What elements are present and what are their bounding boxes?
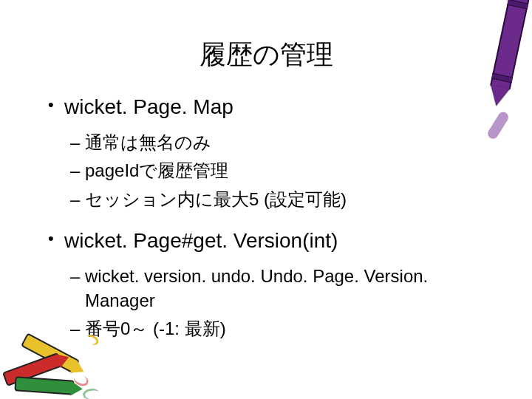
sub-bullet-item: 番号0～ (-1: 最新) [70,317,469,341]
bullet-item: wicket. Page#get. Version(int) [48,229,488,253]
bullet-item: wicket. Page. Map [48,95,488,119]
sub-list: wicket. version. undo. Undo. Page. Versi… [70,265,488,341]
sub-bullet-item: wicket. version. undo. Undo. Page. Versi… [70,265,469,313]
sub-bullet-item: 通常は無名のみ [70,131,469,154]
slide-content: wicket. Page. Map 通常は無名のみ pageIdで履歴管理 セッ… [0,95,532,341]
slide: 履歴の管理 wicket. Page. Map 通常は無名のみ pageIdで履… [0,0,532,399]
crayon-cluster-icon [0,321,112,399]
sub-list: 通常は無名のみ pageIdで履歴管理 セッション内に最大5 (設定可能) [70,131,488,211]
sub-bullet-item: セッション内に最大5 (設定可能) [70,188,469,211]
slide-title: 履歴の管理 [0,37,532,73]
sub-bullet-item: pageIdで履歴管理 [70,159,469,183]
